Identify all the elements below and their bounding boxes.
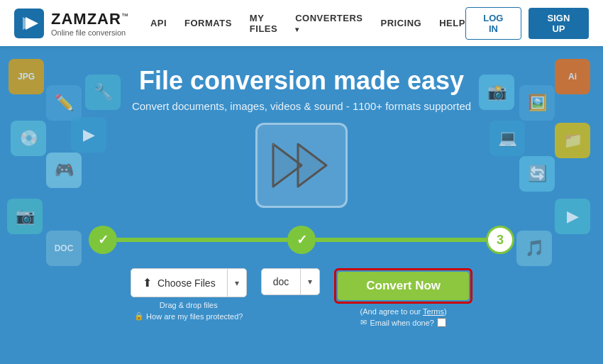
- bg-icon-photo-r: 📸: [479, 75, 514, 110]
- step-3-label: 3: [497, 233, 504, 248]
- bg-icon-laptop-r: 💻: [489, 121, 525, 156]
- logo-name: ZAMZAR™: [51, 10, 129, 28]
- converter-form: ⬆ Choose Files ▾ Drag & drop files 🔒 How…: [131, 268, 472, 327]
- email-label: Email when done?: [370, 319, 434, 327]
- nav-myfiles[interactable]: MY FILES: [250, 13, 277, 34]
- svg-marker-5: [298, 144, 326, 187]
- lock-icon: 🔒: [134, 311, 144, 321]
- logo-sub: Online file conversion: [51, 28, 129, 37]
- navbar: ZAMZAR™ Online file conversion API FORMA…: [0, 0, 603, 46]
- step-3-circle: 3: [486, 226, 514, 254]
- steps-bar: ✓ ✓ 3: [89, 226, 514, 254]
- choose-btn-group: ⬆ Choose Files ▾: [131, 268, 247, 297]
- protected-link-text: How are my files protected?: [146, 312, 243, 321]
- step-1-icon: ✓: [98, 232, 109, 248]
- bg-icon-image-r: 🖼️: [519, 85, 555, 121]
- hero-section: JPG ✏️ 💿 🎮 📷 DOC ▶ 🔧 Ai 🖼️ 📁 🔄 ▶ 🎵 💻 📸 F…: [0, 46, 603, 364]
- convert-now-button[interactable]: Convert Now: [338, 272, 469, 300]
- hero-subtitle: Convert documents, images, videos & soun…: [132, 100, 471, 112]
- drag-drop-label: Drag & drop files: [160, 301, 218, 309]
- nav-formats[interactable]: FORMATS: [184, 18, 232, 28]
- bg-icon-play-r: ▶: [555, 199, 590, 234]
- nav-help[interactable]: HELP: [439, 18, 465, 28]
- email-icon: ✉: [360, 318, 367, 327]
- bg-icon-music-r: 🎵: [516, 231, 552, 266]
- bg-icon-doc: DOC: [46, 231, 82, 266]
- email-checkbox[interactable]: [437, 318, 446, 327]
- fast-forward-icon: [270, 137, 333, 194]
- terms-link[interactable]: Terms: [423, 307, 444, 316]
- bg-icon-refresh-r: 🔄: [519, 156, 555, 192]
- logo-tm: ™: [121, 11, 129, 19]
- logo-text: ZAMZAR™ Online file conversion: [51, 10, 129, 37]
- bg-icon-pencil: ✏️: [46, 85, 82, 121]
- format-value: doc: [262, 269, 301, 294]
- agree-text: (And agree to our Terms): [360, 307, 447, 316]
- svg-marker-1: [26, 17, 38, 30]
- convert-btn-wrapper: Convert Now: [334, 268, 472, 304]
- hero-title-plain: File conversion made: [139, 66, 407, 95]
- hero-title-bold: easy: [407, 66, 464, 95]
- center-logo: [255, 123, 348, 208]
- bg-icon-tools: 🔧: [85, 75, 121, 110]
- bg-icon-play-left: ▶: [71, 117, 106, 153]
- email-check: ✉ Email when done?: [360, 318, 446, 327]
- signup-button[interactable]: SIGN UP: [529, 8, 589, 39]
- step-1-circle: ✓: [89, 226, 117, 254]
- bg-icon-gameboy: 🎮: [46, 153, 82, 188]
- choose-files-dropdown[interactable]: ▾: [227, 269, 246, 297]
- choose-files-label: Choose Files: [157, 277, 216, 289]
- logo-area: ZAMZAR™ Online file conversion: [14, 9, 129, 38]
- bg-icon-ai: Ai: [555, 59, 590, 94]
- nav-buttons: LOG IN SIGN UP: [465, 7, 589, 40]
- protected-link[interactable]: 🔒 How are my files protected?: [134, 311, 243, 321]
- choose-files-button[interactable]: ⬆ Choose Files: [131, 269, 227, 297]
- zamzar-logo-icon: [14, 9, 44, 38]
- bg-icon-folder-r: 📁: [555, 123, 590, 158]
- nav-pricing[interactable]: PRICING: [381, 18, 422, 28]
- format-select: doc ▾: [261, 268, 321, 295]
- upload-icon: ⬆: [143, 276, 152, 289]
- nav-converters[interactable]: CONVERTERS: [295, 13, 363, 34]
- bg-icon-camera: 📷: [7, 199, 43, 234]
- step-line-2: [316, 238, 486, 242]
- logo-name-text: ZAMZAR: [51, 10, 121, 28]
- step-2-icon: ✓: [297, 232, 307, 248]
- file-section: ⬆ Choose Files ▾ Drag & drop files 🔒 How…: [131, 268, 247, 321]
- nav-api[interactable]: API: [150, 18, 167, 28]
- bg-icon-jpg: JPG: [9, 59, 44, 94]
- step-line-1: [117, 238, 287, 242]
- convert-section: Convert Now (And agree to our Terms) ✉ E…: [334, 268, 472, 327]
- format-dropdown-button[interactable]: ▾: [300, 269, 319, 294]
- nav-links: API FORMATS MY FILES CONVERTERS PRICING …: [150, 13, 465, 34]
- hero-title: File conversion made easy: [139, 66, 464, 96]
- login-button[interactable]: LOG IN: [465, 7, 521, 40]
- bg-icon-cd: 💿: [11, 121, 46, 156]
- step-2-circle: ✓: [287, 226, 316, 254]
